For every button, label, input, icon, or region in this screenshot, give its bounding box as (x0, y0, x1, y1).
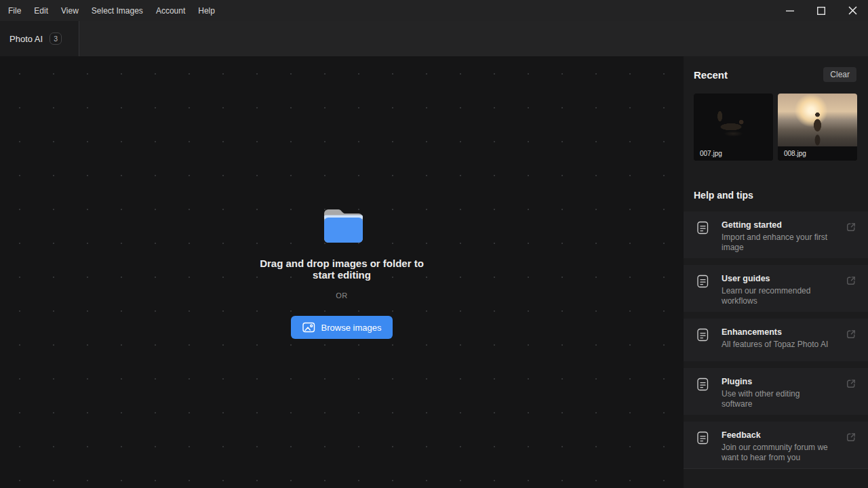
help-list-item[interactable]: Feedback Join our community forum we wan… (684, 422, 868, 468)
thumbnail-filename: 007.jpg (694, 146, 773, 161)
right-sidebar: Recent Clear 007.jpg 008.jpg Help and ti… (684, 56, 868, 488)
external-link-icon (846, 378, 856, 389)
minimize-icon (785, 6, 795, 16)
help-and-tips-list: Getting started Import and enhance your … (684, 211, 868, 469)
help-and-tips-title: Help and tips (684, 161, 868, 201)
help-item-description: Learn our recommended workflows (722, 286, 829, 306)
document-icon (697, 328, 709, 342)
help-item-text: Enhancements All features of Topaz Photo… (722, 327, 829, 350)
tab-label: Photo AI (9, 34, 43, 44)
help-item-text: Feedback Join our community forum we wan… (722, 430, 829, 462)
menu-items: File Edit View Select Images Account Hel… (0, 6, 215, 16)
maximize-button[interactable] (806, 0, 837, 21)
help-item-description: Use with other editing software (722, 389, 829, 409)
folder-icon (321, 205, 363, 243)
help-list-item[interactable]: User guides Learn our recommended workfl… (684, 265, 868, 312)
help-item-title: Plugins (722, 377, 829, 387)
help-item-title: User guides (722, 274, 829, 284)
thumbnail-image (694, 94, 773, 146)
tab-bar: Photo AI 3 (0, 21, 868, 56)
help-list-item[interactable]: Enhancements All features of Topaz Photo… (684, 319, 868, 361)
menu-bar: File Edit View Select Images Account Hel… (0, 0, 868, 21)
help-item-text: Plugins Use with other editing software (722, 377, 829, 409)
thumbnail-image (778, 94, 857, 146)
close-button[interactable] (837, 0, 868, 21)
external-link-icon (846, 329, 856, 340)
help-item-title: Getting started (722, 220, 829, 230)
document-icon (697, 221, 709, 235)
menu-item[interactable]: Select Images (92, 6, 143, 16)
recent-thumbnail[interactable]: 007.jpg (694, 94, 773, 161)
document-icon (697, 431, 709, 445)
help-item-description: All features of Topaz Photo AI (722, 340, 829, 350)
help-list-item[interactable]: Getting started Import and enhance your … (684, 211, 868, 258)
menu-item[interactable]: Help (198, 6, 215, 16)
help-item-title: Feedback (722, 430, 829, 441)
drag-drop-zone[interactable]: Drag and drop images or folder to start … (254, 205, 430, 339)
tab-photo-ai[interactable]: Photo AI 3 (0, 21, 79, 56)
external-link-icon (846, 275, 856, 286)
help-item-title: Enhancements (722, 327, 829, 338)
image-icon (302, 322, 315, 333)
thumbnail-filename: 008.jpg (778, 146, 857, 161)
help-item-text: User guides Learn our recommended workfl… (722, 274, 829, 306)
menu-item[interactable]: File (8, 6, 21, 16)
browse-images-label: Browse images (321, 323, 382, 333)
or-separator-label: OR (336, 291, 348, 300)
window-controls (774, 0, 868, 21)
recent-thumbnails: 007.jpg 008.jpg (684, 82, 868, 161)
document-icon (697, 378, 709, 391)
external-link-icon (846, 432, 856, 443)
recent-thumbnail[interactable]: 008.jpg (778, 94, 857, 161)
menu-item[interactable]: Account (156, 6, 185, 16)
recent-title: Recent (694, 69, 728, 81)
browse-images-button[interactable]: Browse images (291, 316, 393, 339)
document-icon (697, 274, 709, 288)
editor-canvas: Drag and drop images or folder to start … (0, 56, 684, 488)
help-item-description: Join our community forum we want to hear… (722, 443, 829, 462)
menu-item[interactable]: View (61, 6, 79, 16)
close-icon (848, 5, 858, 16)
dropzone-title: Drag and drop images or folder to start … (254, 258, 430, 281)
recent-header: Recent Clear (684, 56, 868, 82)
help-item-description: Import and enhance your first image (722, 232, 829, 252)
maximize-icon (816, 6, 826, 16)
menu-item[interactable]: Edit (34, 6, 48, 16)
clear-recent-button[interactable]: Clear (823, 67, 856, 82)
minimize-button[interactable] (774, 0, 806, 21)
help-item-text: Getting started Import and enhance your … (722, 220, 829, 252)
tab-count-badge: 3 (50, 33, 62, 45)
external-link-icon (846, 222, 856, 232)
help-list-item[interactable]: Plugins Use with other editing software (684, 368, 868, 415)
